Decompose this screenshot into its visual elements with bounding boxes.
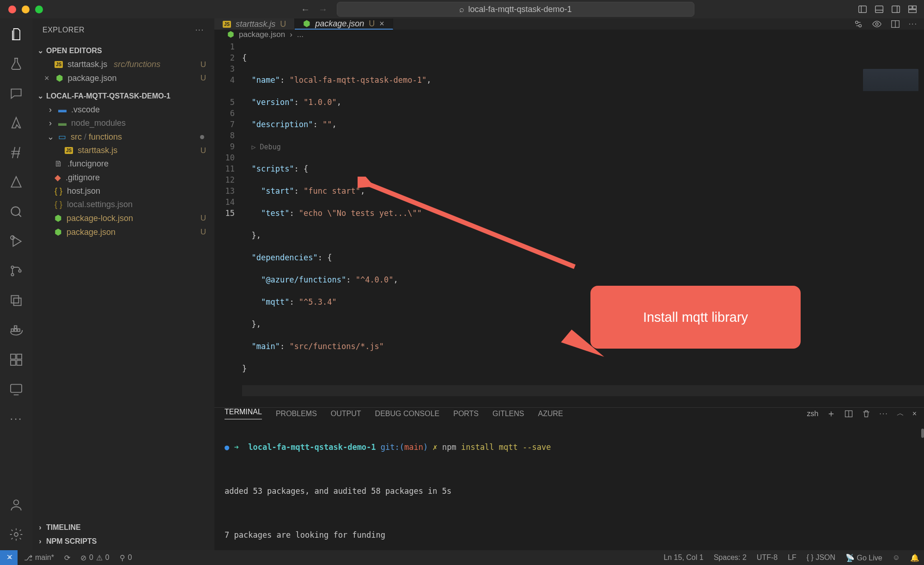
split-terminal-icon[interactable] (844, 409, 853, 418)
problems-indicator[interactable]: ⊘ 0 ⚠ 0 (80, 553, 109, 562)
run-debug-icon[interactable] (9, 234, 24, 249)
maximize-window[interactable] (35, 6, 43, 13)
terminal-body[interactable]: ● ➜ local-fa-mqtt-qstask-demo-1 git:(mai… (214, 419, 924, 565)
code-editor[interactable]: 123456789101112131415 { "name": "local-f… (214, 39, 924, 407)
git-status-badge: U (201, 74, 206, 83)
status-bar: ⪤ ⎇ main* ⟳ ⊘ 0 ⚠ 0 ⚲ 0 Ln 15, Col 1 Spa… (0, 550, 924, 565)
more-activities[interactable]: ··· (10, 411, 23, 426)
shell-name[interactable]: zsh (807, 410, 818, 418)
preview-icon[interactable] (872, 19, 882, 29)
activity-bar: ··· (0, 18, 32, 550)
docker-icon[interactable] (9, 323, 24, 338)
tab-git-status: U (369, 19, 375, 29)
azure-alt-icon[interactable] (9, 175, 24, 190)
file-name: starttask.js (67, 60, 107, 69)
encoding[interactable]: UTF-8 (757, 553, 778, 562)
nav-forward-icon[interactable]: → (318, 4, 328, 15)
go-live[interactable]: 📡 Go Live (845, 553, 882, 562)
js-icon: JS (223, 21, 231, 28)
account-icon[interactable] (9, 497, 24, 512)
svg-rect-14 (11, 295, 18, 303)
close-icon[interactable]: × (44, 74, 49, 83)
close-panel-icon[interactable]: × (912, 410, 917, 418)
tree-file[interactable]: ◆ .gitignore (32, 171, 214, 184)
settings-gear-icon[interactable] (9, 527, 24, 542)
timeline-section[interactable]: › TIMELINE (32, 521, 214, 534)
beaker-icon[interactable] (9, 56, 24, 71)
chat-icon[interactable] (9, 86, 24, 101)
tree-file[interactable]: { } host.json (32, 184, 214, 198)
search-side-icon[interactable] (9, 204, 24, 219)
open-editor-item[interactable]: × ⬢ package.json U (32, 71, 214, 85)
close-tab-icon[interactable]: × (379, 19, 384, 29)
more-terminal[interactable]: ··· (879, 410, 888, 418)
new-terminal-icon[interactable]: ＋ (827, 407, 836, 420)
chevron-down-icon: ⌄ (37, 46, 43, 55)
command-center[interactable]: ⌕ local-fa-mqtt-qstask-demo-1 (337, 2, 694, 17)
debug-codelens[interactable]: ▷ Debug (251, 143, 280, 151)
npm-icon: ⬢ (55, 213, 62, 223)
trash-icon[interactable] (862, 409, 871, 418)
git-status-badge: U (201, 146, 206, 155)
panel-tab-problems[interactable]: PROBLEMS (276, 410, 317, 418)
remote-indicator[interactable]: ⪤ (0, 550, 18, 565)
split-icon[interactable] (890, 19, 900, 29)
sync-indicator[interactable]: ⟳ (64, 553, 70, 562)
remote-icon[interactable] (9, 382, 24, 397)
open-editor-item[interactable]: JS starttask.js src/functions U (32, 58, 214, 71)
panel-tab-azure[interactable]: AZURE (538, 410, 563, 418)
layout-icon[interactable] (907, 4, 918, 14)
feedback-icon[interactable]: ☺ (893, 553, 900, 562)
indentation[interactable]: Spaces: 2 (714, 553, 747, 562)
explorer-icon[interactable] (9, 27, 24, 42)
sidebar-more[interactable]: ··· (195, 26, 204, 34)
file-icon: 🗎 (55, 159, 63, 169)
panel-tab-gitlens[interactable]: GITLENS (492, 410, 524, 418)
language-mode[interactable]: { } JSON (807, 553, 835, 562)
folder-section[interactable]: ⌄ LOCAL-FA-MQTT-QSTASK-DEMO-1 (32, 89, 214, 103)
chevron-up-icon[interactable]: ︿ (897, 409, 904, 418)
tab-starttask[interactable]: JS starttask.js U (214, 18, 295, 30)
tree-folder[interactable]: › ▬ node_modules (32, 117, 214, 130)
eol[interactable]: LF (788, 553, 796, 562)
compare-icon[interactable] (853, 19, 863, 29)
close-window[interactable] (8, 6, 16, 13)
svg-point-28 (859, 25, 862, 27)
tree-file[interactable]: 🗎 .funcignore (32, 157, 214, 171)
file-path-suffix: src/functions (114, 60, 160, 69)
svg-point-27 (855, 21, 858, 24)
ports-indicator[interactable]: ⚲ 0 (120, 553, 132, 562)
npm-scripts-section[interactable]: › NPM SCRIPTS (32, 534, 214, 548)
panel-tab-ports[interactable]: PORTS (453, 410, 479, 418)
nav-back-icon[interactable]: ← (301, 4, 310, 15)
azure-icon[interactable] (9, 116, 24, 130)
extensions-icon[interactable] (9, 352, 24, 367)
terminal-scrollbar[interactable] (921, 429, 924, 438)
panel-tab-debug-console[interactable]: DEBUG CONSOLE (375, 410, 440, 418)
source-control-icon[interactable] (9, 264, 24, 278)
notifications-icon[interactable]: 🔔 (910, 553, 919, 562)
tree-file[interactable]: JS starttask.js U (32, 144, 214, 157)
cursor-position[interactable]: Ln 15, Col 1 (663, 553, 703, 562)
toggle-panel-icon[interactable] (874, 4, 884, 14)
function-icon[interactable] (9, 145, 24, 160)
branch-indicator[interactable]: ⎇ main* (24, 553, 54, 562)
tree-folder-src[interactable]: ⌄ ▭ src / functions (32, 130, 214, 144)
js-icon: JS (55, 61, 63, 68)
breadcrumb[interactable]: ⬢ package.json › ... (214, 30, 924, 39)
tree-file[interactable]: ⬢ package.json U (32, 225, 214, 239)
minimap[interactable] (863, 69, 918, 106)
panel-tab-terminal[interactable]: TERMINAL (225, 408, 262, 419)
more-actions[interactable]: ··· (909, 20, 918, 28)
tree-file[interactable]: { } local.settings.json (32, 198, 214, 211)
tab-package-json[interactable]: ⬢ package.json U × (295, 18, 393, 30)
toggle-sidebar-icon[interactable] (857, 4, 868, 14)
tree-file[interactable]: ⬢ package-lock.json U (32, 211, 214, 225)
tree-folder[interactable]: › ▬ .vscode (32, 103, 214, 117)
minimize-window[interactable] (22, 6, 30, 13)
toggle-secondary-icon[interactable] (891, 4, 901, 14)
svg-rect-17 (14, 329, 17, 331)
stack-icon[interactable] (9, 293, 24, 308)
panel-tab-output[interactable]: OUTPUT (331, 410, 361, 418)
open-editors-section[interactable]: ⌄ OPEN EDITORS (32, 43, 214, 58)
